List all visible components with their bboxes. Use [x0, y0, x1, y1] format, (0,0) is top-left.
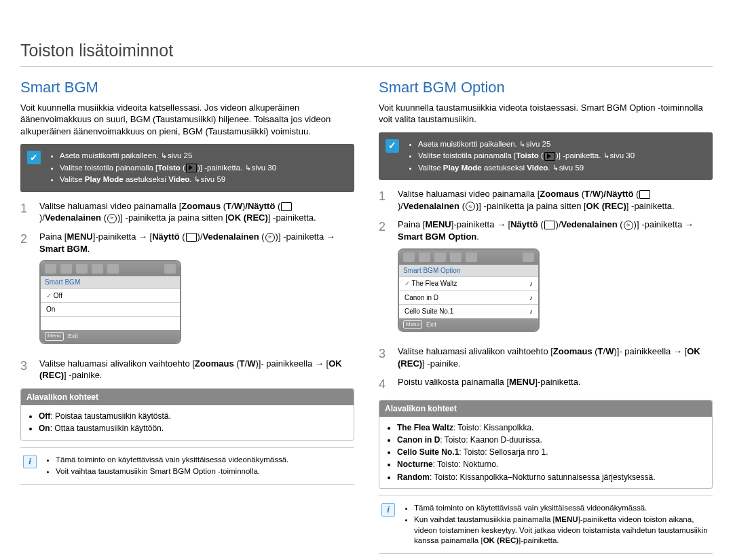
screen-tab-icon — [403, 253, 415, 262]
note-icon: ♪ — [529, 307, 533, 316]
sub-item: Cello Suite No.1: Toisto: Sellosarja nro… — [397, 447, 707, 458]
arrow-icon — [326, 231, 335, 242]
screen-row: Canon in D♪ — [399, 291, 538, 305]
screen-footer: Menu Exit — [41, 330, 180, 343]
step-num: 1 — [379, 188, 390, 212]
page-title: Toiston lisätoiminnot — [20, 41, 713, 67]
note-icon: ♪ — [529, 279, 533, 288]
screen-row — [41, 316, 180, 331]
info-icon: i — [381, 503, 395, 517]
note-list-right: Aseta muistikortti paikalleen. sivu 25 V… — [406, 138, 635, 175]
sub-item: The Flea Waltz: Toisto: Kissanpolkka. — [397, 422, 707, 433]
step-3-left: Valitse haluamasi alivalikon vaihtoehto … — [39, 358, 354, 381]
sub-item: Random: Toisto: Kissanpolkka–Nokturno sa… — [397, 472, 707, 483]
note-box-left: Aseta muistikortti paikalleen. sivu 25 V… — [20, 144, 354, 192]
step-num: 2 — [379, 219, 390, 339]
arrow-icon — [685, 219, 694, 229]
sub-item: Nocturne: Toisto: Nokturno. — [397, 459, 707, 470]
menu-btn-icon: Menu — [45, 332, 64, 341]
step-2-right: Paina [MENU]-painiketta [Näyttö ()/Veden… — [398, 219, 713, 339]
note-item: Valitse Play Mode asetukseksi Video. siv… — [60, 174, 276, 185]
play-icon — [186, 164, 197, 172]
intro-right: Voit kuunnella taustamusiikkia videota t… — [379, 102, 713, 126]
step-4-right: Poistu valikosta painamalla [MENU]-paini… — [398, 376, 713, 392]
step-num: 1 — [20, 200, 31, 224]
screen-row: Cello Suite No.1♪ — [399, 304, 538, 318]
step-2-left: Paina [MENU]-painiketta [Näyttö ()/Veden… — [39, 231, 354, 351]
sub-item: Canon in D: Toisto: Kaanon D-duurissa. — [397, 434, 707, 445]
screen-left: Smart BGM ✓ Off On Menu Exit — [39, 260, 181, 344]
note-item: Valitse toistotila painamalla [Toisto ()… — [418, 151, 635, 162]
step-num: 2 — [20, 231, 31, 351]
check-icon — [27, 151, 41, 164]
step-3-right: Valitse haluamasi alivalikon vaihtoehto … — [398, 346, 713, 369]
col-left: Smart BGM Voit kuunnella musiikkia video… — [20, 75, 354, 560]
screen-tabs — [41, 261, 180, 276]
underwater-icon — [265, 233, 275, 242]
sub-items-header: Alavalikon kohteet — [379, 400, 712, 417]
screen-row: ✓ The Flea Waltz♪ — [399, 276, 538, 291]
columns: Smart BGM Voit kuunnella musiikkia video… — [20, 75, 713, 560]
steps-left: 1 Valitse haluamasi video painamalla [Zo… — [20, 200, 354, 381]
arrow-icon — [315, 358, 324, 369]
underwater-icon — [107, 214, 117, 223]
sub-items-right: Alavalikon kohteet The Flea Waltz: Toist… — [379, 400, 713, 489]
display-icon — [281, 202, 292, 211]
col-right: Smart BGM Option Voit kuunnella taustamu… — [379, 75, 713, 560]
info-item: Voit vaihtaa taustamusiikin Smart BGM Op… — [56, 466, 288, 477]
heading-smart-bgm-option: Smart BGM Option — [379, 77, 713, 98]
heading-smart-bgm: Smart BGM — [20, 77, 354, 98]
screen-row: On — [41, 302, 180, 316]
arrow-icon — [138, 231, 147, 242]
sub-items-header: Alavalikon kohteet — [21, 389, 354, 405]
note-item: Aseta muistikortti paikalleen. sivu 25 — [418, 139, 635, 150]
screen-header: Smart BGM — [41, 276, 180, 288]
note-list-left: Aseta muistikortti paikalleen. sivu 25 V… — [48, 149, 276, 187]
screen-row: ✓ Off — [41, 288, 180, 303]
screen-tab-icon — [45, 264, 56, 274]
sub-item: On: Ottaa taustamusiikin käyttöön. — [39, 423, 348, 434]
info-box-left: i Tämä toiminto on käytettävissä vain yk… — [20, 447, 354, 485]
underwater-icon — [624, 221, 633, 230]
step-num: 3 — [379, 346, 390, 369]
info-icon: i — [23, 455, 37, 468]
display-icon — [186, 233, 197, 242]
step-num: 3 — [20, 358, 31, 381]
info-item: Tämä toiminto on käytettävissä vain yksi… — [56, 455, 288, 466]
note-item: Valitse Play Mode asetukseksi Video. siv… — [418, 163, 635, 174]
info-item: Kun vaihdat taustamusiikkia painamalla [… — [414, 515, 710, 546]
screen-right: Smart BGM Option ✓ The Flea Waltz♪ Canon… — [398, 248, 540, 333]
screen-footer: Menu Exit — [399, 318, 538, 331]
underwater-icon — [466, 202, 475, 211]
info-box-right: i Tämä toiminto on käytettävissä vain yk… — [379, 496, 713, 554]
screen-tabs — [399, 250, 538, 265]
screen-header: Smart BGM Option — [399, 265, 538, 277]
display-icon — [544, 221, 555, 229]
step-1-left: Valitse haluamasi video painamalla [Zoom… — [39, 200, 354, 224]
arrow-icon — [497, 219, 506, 229]
play-icon — [544, 152, 555, 161]
note-item: Aseta muistikortti paikalleen. sivu 25 — [60, 151, 276, 162]
sub-items-left: Alavalikon kohteet Off: Poistaa taustamu… — [20, 388, 354, 441]
sub-item: Off: Poistaa taustamusiikin käytöstä. — [39, 411, 348, 422]
note-item: Valitse toistotila painamalla [Toisto ()… — [60, 163, 276, 174]
intro-left: Voit kuunnella musiikkia videoita katsel… — [20, 102, 354, 138]
info-item: Tämä toiminto on käytettävissä vain yksi… — [414, 503, 710, 514]
steps-right: 1 Valitse haluamasi video painamalla [Zo… — [379, 188, 713, 392]
menu-btn-icon: Menu — [403, 320, 422, 329]
check-icon — [386, 139, 399, 153]
note-box-right: Aseta muistikortti paikalleen. sivu 25 V… — [379, 132, 713, 181]
step-num: 4 — [379, 376, 390, 392]
arrow-icon — [673, 346, 682, 356]
note-icon: ♪ — [529, 293, 533, 303]
display-icon — [639, 190, 650, 199]
step-1-right: Valitse haluamasi video painamalla [Zoom… — [398, 188, 713, 212]
